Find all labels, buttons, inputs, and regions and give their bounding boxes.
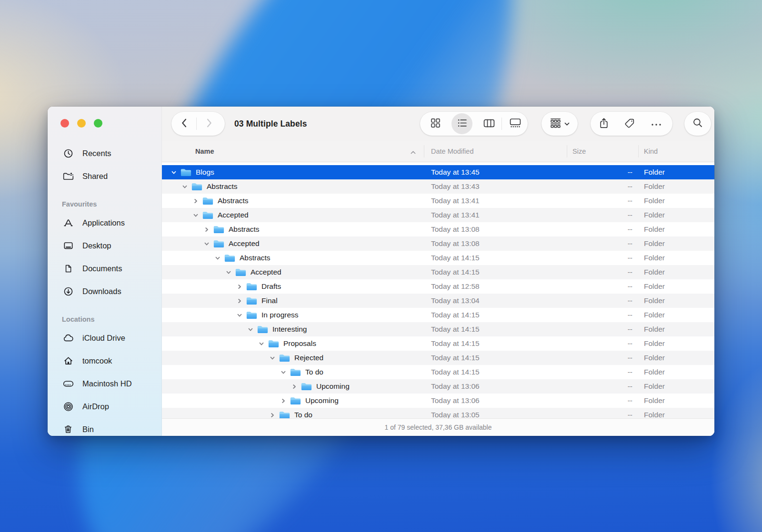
table-row[interactable]: Drafts Today at 12:58 -- Folder xyxy=(162,279,714,294)
file-size: -- xyxy=(567,282,638,291)
disclosure-chevron[interactable] xyxy=(170,170,177,175)
table-row[interactable]: Abstracts Today at 13:41 -- Folder xyxy=(162,194,714,208)
sidebar-item-desktop[interactable]: Desktop xyxy=(48,234,162,257)
table-row[interactable]: Abstracts Today at 13:43 -- Folder xyxy=(162,179,714,194)
view-button-gallery-view[interactable] xyxy=(505,113,526,134)
file-size: -- xyxy=(567,411,638,418)
zoom-button[interactable] xyxy=(94,119,102,128)
folder-icon xyxy=(191,182,202,191)
minimize-button[interactable] xyxy=(77,119,86,128)
table-row[interactable]: Rejected Today at 14:15 -- Folder xyxy=(162,351,714,365)
table-row[interactable]: Accepted Today at 13:08 -- Folder xyxy=(162,236,714,251)
sidebar-item-label: Desktop xyxy=(82,241,111,250)
table-row[interactable]: Abstracts Today at 13:08 -- Folder xyxy=(162,222,714,236)
back-button[interactable] xyxy=(171,112,196,136)
file-name: Interesting xyxy=(272,325,307,334)
sidebar-item-label: tomcook xyxy=(82,356,112,365)
file-kind: Folder xyxy=(638,339,714,348)
sidebar-item-downloads[interactable]: Downloads xyxy=(48,280,162,303)
column-header-date[interactable]: Date Modified xyxy=(431,141,473,161)
disclosure-chevron[interactable] xyxy=(291,384,298,389)
nav-button-group xyxy=(171,112,225,136)
close-button[interactable] xyxy=(60,119,69,128)
disclosure-chevron[interactable] xyxy=(192,198,199,204)
more-button[interactable] xyxy=(646,113,667,134)
sidebar-item-tomcook[interactable]: tomcook xyxy=(48,349,162,372)
column-header-kind[interactable]: Kind xyxy=(644,141,658,161)
file-name: Drafts xyxy=(261,282,281,291)
sidebar-item-bin[interactable]: Bin xyxy=(48,418,162,436)
share-button[interactable] xyxy=(593,113,614,134)
app-store-icon xyxy=(62,218,74,228)
disclosure-chevron[interactable] xyxy=(280,370,287,375)
column-divider[interactable] xyxy=(567,145,567,158)
disclosure-chevron[interactable] xyxy=(236,313,243,318)
sidebar-item-label: Documents xyxy=(82,264,122,273)
file-name: Accepted xyxy=(251,268,281,276)
table-row[interactable]: Blogs Today at 13:45 -- Folder xyxy=(162,165,714,179)
disclosure-chevron[interactable] xyxy=(236,298,243,304)
column-divider[interactable] xyxy=(638,145,639,158)
file-kind: Folder xyxy=(638,368,714,376)
column-header-size[interactable]: Size xyxy=(572,141,586,161)
sidebar-item-applications[interactable]: Applications xyxy=(48,211,162,234)
file-kind: Folder xyxy=(638,211,714,219)
disclosure-chevron[interactable] xyxy=(236,284,243,289)
table-row[interactable]: Final Today at 13:04 -- Folder xyxy=(162,294,714,308)
shared-folder-icon xyxy=(62,171,74,181)
column-divider[interactable] xyxy=(424,145,424,158)
file-name: Proposals xyxy=(283,339,316,348)
disclosure-chevron[interactable] xyxy=(225,270,232,275)
table-row[interactable]: Accepted Today at 13:41 -- Folder xyxy=(162,208,714,222)
group-by-button[interactable] xyxy=(541,112,578,136)
date-modified: Today at 13:06 xyxy=(424,396,567,405)
file-name: Abstracts xyxy=(207,182,238,191)
table-row[interactable]: Abstracts Today at 14:15 -- Folder xyxy=(162,251,714,265)
table-row[interactable]: Accepted Today at 14:15 -- Folder xyxy=(162,265,714,279)
disclosure-chevron[interactable] xyxy=(181,184,188,189)
sidebar-item-icloud-drive[interactable]: iCloud Drive xyxy=(48,326,162,349)
sidebar-item-shared[interactable]: Shared xyxy=(48,165,162,187)
file-name: In progress xyxy=(261,311,299,319)
cloud-icon xyxy=(62,334,74,342)
disclosure-chevron[interactable] xyxy=(258,341,265,346)
column-header-name[interactable]: Name xyxy=(195,141,214,161)
folder-icon xyxy=(246,296,257,305)
sidebar-item-airdrop[interactable]: AirDrop xyxy=(48,395,162,418)
file-name: Upcoming xyxy=(305,396,339,405)
file-name: Upcoming xyxy=(316,382,350,391)
disclosure-chevron[interactable] xyxy=(269,355,276,361)
table-row[interactable]: To do Today at 14:15 -- Folder xyxy=(162,365,714,379)
date-modified: Today at 14:15 xyxy=(424,268,567,276)
tag-button[interactable] xyxy=(619,113,640,134)
download-circle-icon xyxy=(62,286,74,296)
table-row[interactable]: Upcoming Today at 13:06 -- Folder xyxy=(162,379,714,394)
table-row[interactable]: Proposals Today at 14:15 -- Folder xyxy=(162,336,714,351)
disclosure-chevron[interactable] xyxy=(247,327,254,332)
folder-icon xyxy=(246,282,257,291)
file-name: Blogs xyxy=(196,168,214,177)
actions-group xyxy=(591,112,672,136)
table-row[interactable]: In progress Today at 14:15 -- Folder xyxy=(162,308,714,322)
table-row[interactable]: Upcoming Today at 13:06 -- Folder xyxy=(162,394,714,408)
disclosure-chevron[interactable] xyxy=(192,213,199,218)
hard-drive-icon xyxy=(62,380,74,388)
view-mode-group xyxy=(420,112,528,136)
table-row[interactable]: Interesting Today at 14:15 -- Folder xyxy=(162,322,714,336)
disclosure-chevron[interactable] xyxy=(269,413,276,418)
forward-button[interactable] xyxy=(197,112,221,136)
sidebar-item-recents[interactable]: Recents xyxy=(48,142,162,165)
back-chevron-icon xyxy=(181,118,187,129)
sidebar-item-documents[interactable]: Documents xyxy=(48,257,162,280)
search-button[interactable] xyxy=(684,112,711,136)
disclosure-chevron[interactable] xyxy=(280,398,287,404)
disclosure-chevron[interactable] xyxy=(203,241,210,246)
sidebar-item-macintosh-hd[interactable]: Macintosh HD xyxy=(48,372,162,395)
table-row[interactable]: To do Today at 13:05 -- Folder xyxy=(162,408,714,418)
disclosure-chevron[interactable] xyxy=(214,256,221,261)
view-button-column-view[interactable] xyxy=(479,113,500,134)
disclosure-chevron[interactable] xyxy=(203,227,210,232)
folder-icon xyxy=(301,382,312,391)
view-button-list-view[interactable] xyxy=(451,113,472,134)
view-button-icon-view[interactable] xyxy=(425,113,446,134)
